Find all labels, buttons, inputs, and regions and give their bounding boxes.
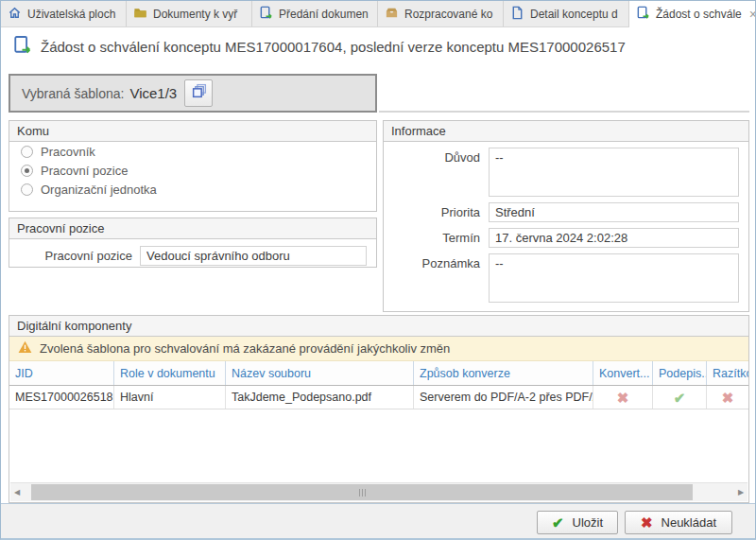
column-header-jid[interactable]: JID [9,361,114,385]
check-icon [674,391,686,405]
tab-desktop[interactable]: Uživatelská ploch [1,1,127,26]
tab-document-handover[interactable]: Předání dokumen [252,1,378,26]
panel-komu-title: Komu [9,121,376,142]
warning-icon [18,340,32,357]
tab-approval-request[interactable]: Žádost o schvále × [629,1,755,27]
cross-icon [722,391,734,405]
document-arrow-icon [259,6,273,23]
priorita-label: Priorita [384,202,480,222]
footer-bar: Uložit Neukládat [1,503,755,538]
tab-label: Uživatelská ploch [27,8,115,21]
column-header-zpusob-konverze[interactable]: Způsob konverze [414,361,593,385]
tab-label: Rozpracované ko [404,8,492,21]
radio-label: Organizační jednotka [41,183,157,197]
tab-concept-detail[interactable]: Detail konceptu d [504,1,629,26]
save-button-label: Uložit [573,515,604,530]
template-picker-button[interactable] [184,79,213,107]
copy-pages-icon [191,83,207,103]
column-header-razitko[interactable]: Razítko... [707,361,748,385]
tab-label: Detail konceptu d [530,8,618,21]
document-arrow-icon [12,35,32,59]
scrollbar-track[interactable] [24,483,734,501]
duvod-label: Důvod [384,148,480,197]
column-header-role[interactable]: Role v dokumentu [114,361,226,385]
save-button[interactable]: Uložit [537,511,618,534]
poznamka-label: Poznámka [384,253,480,303]
radio-organizacni-jednotka[interactable]: Organizační jednotka [9,180,376,199]
duvod-textarea[interactable]: -- [489,148,739,197]
close-icon[interactable]: × [747,8,755,21]
priorita-input[interactable] [489,202,739,222]
home-icon [8,6,22,23]
radio-label: Pracovník [41,145,95,159]
approval-request-window: Uživatelská ploch Dokumenty k vyř Předán… [0,0,756,540]
column-header-konvertovat[interactable]: Konvert... [593,361,653,385]
scrollbar-thumb[interactable] [31,484,693,500]
template-value: Vice1/3 [129,85,177,101]
termin-input[interactable] [489,228,739,248]
cell-podepisovat [653,386,707,409]
column-header-nazev-souboru[interactable]: Název souboru [226,361,414,385]
radio-icon[interactable] [21,146,33,158]
panel-informace-title: Informace [384,121,748,142]
tab-label: Žádost o schvále [656,8,742,21]
document-icon [510,6,524,23]
radio-pracovni-pozice[interactable]: Pracovní pozice [9,161,376,180]
template-bar-spacer [379,74,749,113]
tab-label: Předání dokumen [279,8,369,21]
cell-role: Hlavní [114,386,226,409]
cell-zpusob-konverze: Serverem do PDF/A-2 přes PDF/A-1 [414,386,593,409]
pozice-input[interactable] [140,246,367,266]
template-warning-banner: Zvolená šablona pro schvalování má zakáz… [9,337,748,361]
components-table-header: JID Role v dokumentu Název souboru Způso… [9,361,748,386]
panel-informace: Informace Důvod -- Priorita Termín Pozná… [383,120,749,312]
drawer-icon [385,6,399,23]
cell-konvertovat [593,386,653,409]
document-arrow-icon [636,6,650,23]
folder-icon [133,6,147,23]
check-icon [552,515,564,530]
pozice-field-label: Pracovní pozice [9,249,132,263]
tab-bar: Uživatelská ploch Dokumenty k vyř Předán… [1,1,755,27]
cell-nazev-souboru: TakJdeme_Podepsano.pdf [226,386,414,409]
discard-button[interactable]: Neukládat [625,511,732,534]
page-title: Žádost o schválení konceptu MES170000176… [41,39,626,55]
cell-jid: MES17000026518 [9,386,114,409]
page-title-bar: Žádost o schválení konceptu MES170000176… [12,35,747,59]
scroll-left-arrow-icon[interactable]: ◀ [10,483,24,501]
cross-icon [617,391,629,405]
discard-button-label: Neukládat [662,515,717,530]
tab-label: Dokumenty k vyř [153,8,237,21]
cross-icon [641,515,653,530]
panel-komu: Komu Pracovník Pracovní pozice Organizač… [9,120,377,212]
termin-label: Termín [384,228,480,248]
radio-icon[interactable] [21,165,33,177]
radio-icon[interactable] [21,183,33,196]
panel-komponenty-title: Digitální komponenty [9,316,748,337]
scroll-right-arrow-icon[interactable]: ▶ [734,483,747,501]
selected-template-bar: Vybraná šablona: Vice1/3 [9,74,377,113]
column-header-podepisovat[interactable]: Podepis... [653,361,707,385]
panel-pozice-title: Pracovní pozice [9,218,376,239]
tab-documents-to-process[interactable]: Dokumenty k vyř [127,1,252,26]
radio-label: Pracovní pozice [41,164,129,178]
horizontal-scrollbar[interactable]: ◀ ▶ [10,482,747,501]
table-row[interactable]: MES17000026518 Hlavní TakJdeme_Podepsano… [9,386,748,409]
radio-pracovnik[interactable]: Pracovník [9,142,376,161]
panel-pracovni-pozice: Pracovní pozice Pracovní pozice [9,218,377,268]
poznamka-textarea[interactable]: -- [489,253,739,303]
panel-digitalni-komponenty: Digitální komponenty Zvolená šablona pro… [9,315,749,503]
cell-razitko [707,386,748,409]
template-label: Vybraná šablona: [22,86,124,101]
tab-draft-concepts[interactable]: Rozpracované ko [378,1,504,26]
warning-text: Zvolená šablona pro schvalování má zakáz… [40,341,450,356]
